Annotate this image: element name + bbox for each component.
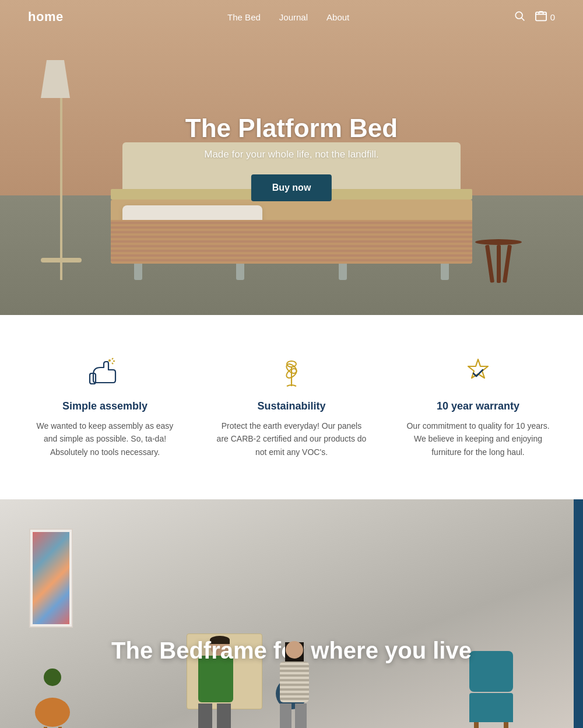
nav-links: The Bed Journal About [227, 12, 349, 22]
hero-section: The Platform Bed Made for your whole lif… [0, 0, 583, 315]
svg-line-6 [112, 363, 113, 364]
cart-button[interactable]: 0 [535, 11, 555, 23]
buy-now-button[interactable]: Buy now [251, 174, 332, 201]
side-table [475, 239, 522, 283]
svg-line-4 [112, 358, 113, 359]
feature-desc-assembly: We wanted to keep assembly as easy and s… [29, 419, 181, 459]
svg-rect-2 [536, 12, 546, 21]
site-logo[interactable]: home [28, 9, 64, 24]
feature-desc-warranty: Our commitment to quality for 10 years. … [402, 419, 554, 459]
person-right [280, 641, 309, 728]
feature-title-assembly: Simple assembly [29, 400, 181, 412]
feature-simple-assembly: Simple assembly We wanted to keep assemb… [29, 356, 181, 459]
cart-icon [535, 11, 547, 23]
feature-sustainability: Sustainability Protect the earth everyda… [216, 356, 367, 459]
hero-content: The Platform Bed Made for your whole lif… [185, 114, 398, 201]
video-section: The Bedframe for where you live [0, 499, 583, 728]
thumbs-up-icon [87, 356, 122, 391]
hero-title: The Platform Bed [185, 114, 398, 143]
feature-title-warranty: 10 year warranty [402, 400, 554, 412]
plant-icon [274, 356, 309, 391]
search-icon[interactable] [514, 10, 525, 24]
wall-art [29, 528, 73, 628]
sidebar-strip [574, 499, 583, 728]
hero-subtitle: Made for your whole life, not the landfi… [185, 149, 398, 160]
feature-warranty: 10 year warranty Our commitment to quali… [402, 356, 554, 459]
lamp-decoration [41, 60, 82, 280]
cart-count: 0 [550, 12, 555, 22]
svg-line-1 [521, 18, 524, 20]
nav-link-about[interactable]: About [326, 12, 349, 22]
nav-icons: 0 [514, 10, 555, 24]
svg-point-3 [108, 359, 111, 362]
nav-link-journal[interactable]: Journal [279, 12, 308, 22]
svg-point-0 [515, 12, 522, 19]
feature-title-sustainability: Sustainability [216, 400, 367, 412]
navbar: home The Bed Journal About 0 [0, 0, 583, 34]
features-section: Simple assembly We wanted to keep assemb… [0, 315, 583, 499]
nav-link-the-bed[interactable]: The Bed [227, 12, 261, 22]
badge-check-icon [461, 356, 496, 391]
feature-desc-sustainability: Protect the earth everyday! Our panels a… [216, 419, 367, 459]
